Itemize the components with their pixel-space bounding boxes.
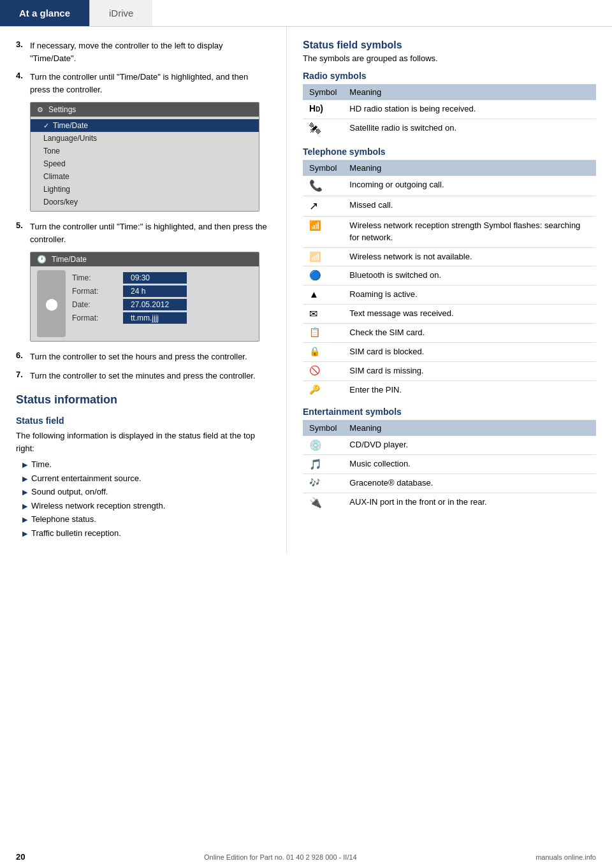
- radio-symbols-table: Symbol Meaning HD) HD radio station is b…: [303, 84, 596, 139]
- timedate-screen-mockup: 🕐 Time/Date ⬤ Time: 09:30 Format: 24 h D…: [30, 252, 259, 342]
- table-row: 📶 Wireless network is not available.: [303, 247, 596, 266]
- telephone-symbols-table: Symbol Meaning 📞 Incoming or outgoing ca…: [303, 160, 596, 400]
- table-row: 🛰 Satellite radio is switched on.: [303, 119, 596, 139]
- format-label-1: Format:: [72, 287, 123, 296]
- table-row: 💿 CD/DVD player.: [303, 436, 596, 455]
- format-label-2: Format:: [72, 314, 123, 322]
- tel-symbol-bluetooth: 🔵: [303, 266, 343, 286]
- timedate-body: ⬤ Time: 09:30 Format: 24 h Date: 27.05.2…: [31, 266, 259, 341]
- settings-title-bar: ⚙ Settings: [31, 103, 259, 117]
- step-7-number: 7.: [16, 370, 30, 382]
- time-value: 09:30: [123, 272, 187, 284]
- timedate-title: Time/Date: [52, 255, 87, 264]
- menu-item-lighting: Lighting: [31, 183, 259, 196]
- radio-symbol-hd: HD): [303, 100, 343, 119]
- step-3-number: 3.: [16, 40, 30, 64]
- menu-item-doors: Doors/key: [31, 196, 259, 208]
- table-row: 🔑 Enter the PIN.: [303, 380, 596, 399]
- page-header: At a glance iDrive: [0, 0, 612, 27]
- step-3: 3. If necessary, move the controller to …: [16, 40, 270, 64]
- step-5: 5. Turn the controller until "Time:" is …: [16, 221, 270, 245]
- bullet-arrow-icon: ▶: [22, 514, 27, 525]
- entertainment-symbols-table: Symbol Meaning 💿 CD/DVD player. 🎵 Music …: [303, 420, 596, 512]
- settings-menu: Time/Date Language/Units Tone Speed Clim…: [31, 117, 259, 211]
- tel-symbol-sim-check: 📋: [303, 324, 343, 343]
- status-field-symbols-title: Status field symbols: [303, 40, 596, 51]
- step-5-number: 5.: [16, 221, 30, 245]
- status-field-bullets: ▶Time. ▶Current entertainment source. ▶S…: [22, 458, 270, 539]
- bullet-arrow-icon: ▶: [22, 501, 27, 512]
- left-column: 3. If necessary, move the controller to …: [0, 27, 287, 553]
- tab-at-a-glance[interactable]: At a glance: [0, 0, 89, 26]
- tel-col-symbol: Symbol: [303, 160, 343, 176]
- format-value-2: tt.mm.jjjj: [123, 312, 187, 324]
- menu-item-language: Language/Units: [31, 132, 259, 145]
- status-field-symbols-intro: The symbols are grouped as follows.: [303, 54, 596, 63]
- step-4: 4. Turn the controller until "Time/Date"…: [16, 71, 270, 96]
- table-row: 🔒 SIM card is blocked.: [303, 342, 596, 361]
- settings-screen-mockup: ⚙ Settings Time/Date Language/Units Tone…: [30, 102, 259, 212]
- tel-meaning-sim-missing: SIM card is missing.: [343, 361, 596, 380]
- ent-col-meaning: Meaning: [343, 420, 596, 436]
- controller-visual: ⬤: [37, 270, 66, 337]
- table-row: ✉ Text message was received.: [303, 305, 596, 324]
- tel-meaning-missed: Missed call.: [343, 196, 596, 216]
- radio-meaning-hd: HD radio station is being received.: [343, 100, 596, 119]
- menu-item-tone: Tone: [31, 145, 259, 157]
- tel-meaning-signal-strong: Wireless network reception strength Symb…: [343, 216, 596, 247]
- table-row: 📞 Incoming or outgoing call.: [303, 176, 596, 196]
- step-7-text: Turn the controller to set the minutes a…: [30, 370, 256, 382]
- footer-citation: Online Edition for Part no. 01 40 2 928 …: [204, 853, 357, 861]
- step-6-text: Turn the controller to set the hours and…: [30, 351, 247, 363]
- bullet-traffic: ▶Traffic bulletin reception.: [22, 527, 270, 540]
- ent-meaning-gracenote: Gracenote® database.: [343, 474, 596, 493]
- table-row: ↗ Missed call.: [303, 196, 596, 216]
- timedate-title-bar: 🕐 Time/Date: [31, 252, 259, 266]
- tel-meaning-call: Incoming or outgoing call.: [343, 176, 596, 196]
- menu-item-speed: Speed: [31, 157, 259, 170]
- status-field-intro: The following information is displayed i…: [16, 430, 270, 454]
- settings-title: Settings: [48, 105, 76, 114]
- date-row: Date: 27.05.2012: [72, 299, 252, 310]
- tel-symbol-sim-blocked: 🔒: [303, 342, 343, 361]
- radio-symbols-heading: Radio symbols: [303, 71, 596, 81]
- tel-symbol-pin: 🔑: [303, 380, 343, 399]
- tel-symbol-roaming: ▲: [303, 286, 343, 305]
- radio-col-symbol: Symbol: [303, 84, 343, 100]
- bullet-time: ▶Time.: [22, 458, 270, 471]
- radio-symbol-satellite: 🛰: [303, 119, 343, 139]
- settings-icon: ⚙: [37, 106, 43, 114]
- tel-meaning-signal-none: Wireless network is not available.: [343, 247, 596, 266]
- ent-meaning-music: Music collection.: [343, 455, 596, 474]
- table-row: 🚫 SIM card is missing.: [303, 361, 596, 380]
- time-row: Time: 09:30: [72, 272, 252, 284]
- tel-meaning-pin: Enter the PIN.: [343, 380, 596, 399]
- tel-meaning-sms: Text message was received.: [343, 305, 596, 324]
- tel-meaning-bluetooth: Bluetooth is switched on.: [343, 266, 596, 286]
- ent-symbol-gracenote: 🎶: [303, 474, 343, 493]
- bullet-arrow-icon: ▶: [22, 459, 27, 470]
- step-4-text: Turn the controller until "Time/Date" is…: [30, 71, 270, 96]
- page-footer: 20 Online Edition for Part no. 01 40 2 9…: [0, 852, 612, 862]
- table-row: 📋 Check the SIM card.: [303, 324, 596, 343]
- format-row-2: Format: tt.mm.jjjj: [72, 312, 252, 324]
- right-column: Status field symbols The symbols are gro…: [287, 27, 612, 553]
- step-7: 7. Turn the controller to set the minute…: [16, 370, 270, 382]
- bullet-entertainment: ▶Current entertainment source.: [22, 472, 270, 485]
- menu-item-climate: Climate: [31, 170, 259, 183]
- time-label: Time:: [72, 273, 123, 282]
- bullet-entertainment-text: Current entertainment source.: [31, 472, 142, 485]
- bullet-arrow-icon: ▶: [22, 474, 27, 484]
- table-row: 🔵 Bluetooth is switched on.: [303, 266, 596, 286]
- timedate-icon: 🕐: [37, 255, 47, 264]
- tel-col-meaning: Meaning: [343, 160, 596, 176]
- bullet-arrow-icon: ▶: [22, 528, 27, 539]
- format-row-1: Format: 24 h: [72, 286, 252, 297]
- table-row: HD) HD radio station is being received.: [303, 100, 596, 119]
- ent-col-symbol: Symbol: [303, 420, 343, 436]
- table-row: 🔌 AUX-IN port in the front or in the rea…: [303, 493, 596, 512]
- table-row: 🎵 Music collection.: [303, 455, 596, 474]
- tab-idrive[interactable]: iDrive: [89, 0, 152, 26]
- radio-meaning-satellite: Satellite radio is switched on.: [343, 119, 596, 139]
- step-6: 6. Turn the controller to set the hours …: [16, 351, 270, 363]
